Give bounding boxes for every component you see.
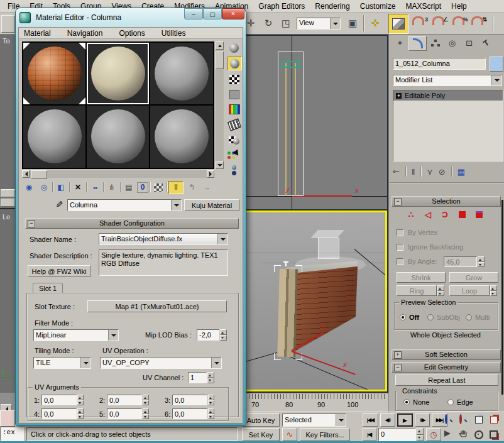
- select-scale-icon[interactable]: ◳: [278, 15, 294, 31]
- collapse-icon[interactable]: −: [394, 198, 402, 205]
- menu-options[interactable]: Options: [119, 29, 145, 38]
- maximize-button[interactable]: ▢: [203, 8, 222, 19]
- material-slot[interactable]: [87, 106, 149, 168]
- assign-to-selection-icon[interactable]: ◧: [54, 182, 68, 194]
- show-map-in-viewport-icon[interactable]: [151, 182, 165, 194]
- menu-help[interactable]: Help: [446, 2, 472, 11]
- material-slot-active-stone[interactable]: [87, 43, 149, 104]
- get-material-icon[interactable]: ◉: [22, 182, 36, 194]
- object-name-field[interactable]: 1_0512_Columna: [393, 58, 486, 70]
- repeat-last-button[interactable]: Repeat Last: [395, 375, 498, 386]
- modifier-list-dropdown[interactable]: Modifier List: [393, 75, 502, 86]
- collapse-icon[interactable]: −: [394, 364, 402, 371]
- vertex-icon[interactable]: ∴: [405, 210, 417, 219]
- uv-channel-spinner[interactable]: [207, 372, 214, 383]
- material-id-channel-icon[interactable]: 0: [137, 182, 148, 193]
- material-slot[interactable]: [150, 106, 213, 168]
- maxscript-listener-white[interactable]: :ex: [0, 427, 24, 441]
- select-manipulate-icon[interactable]: ✜: [367, 15, 383, 31]
- mip-lod-bias-field[interactable]: -2,0: [197, 329, 219, 341]
- collapse-icon[interactable]: −: [28, 220, 35, 227]
- mip-lod-bias-spinner[interactable]: [220, 329, 227, 341]
- uv-channel-field[interactable]: 1: [188, 372, 207, 383]
- preview-subobj-radio[interactable]: [427, 314, 434, 320]
- by-vertex-checkbox[interactable]: [397, 229, 403, 236]
- constraint-edge-radio[interactable]: [447, 399, 454, 405]
- ring-button[interactable]: Ring: [397, 285, 437, 296]
- chevron-down-icon[interactable]: [108, 330, 118, 341]
- expand-icon[interactable]: +: [394, 351, 402, 359]
- constraint-none-radio[interactable]: [403, 399, 410, 405]
- toolbar-partial-button[interactable]: [1, 15, 15, 33]
- chevron-down-icon[interactable]: [211, 358, 221, 368]
- menu-customize[interactable]: Customize: [355, 2, 401, 11]
- select-by-material-icon[interactable]: [227, 148, 241, 161]
- key-mode-toggle[interactable]: |◀|: [363, 428, 376, 441]
- sample-type-icon[interactable]: [227, 41, 241, 54]
- ignore-backfacing-checkbox[interactable]: [397, 244, 403, 251]
- material-name-dropdown[interactable]: Columna: [67, 199, 182, 211]
- background-icon[interactable]: [227, 73, 241, 85]
- uv-arg-field[interactable]: 0,0: [41, 395, 77, 405]
- edge-button[interactable]: [1, 199, 15, 207]
- play-button[interactable]: ▶: [397, 413, 413, 427]
- ring-spinner[interactable]: [437, 285, 444, 296]
- zoom-all-icon[interactable]: [459, 415, 462, 423]
- go-to-parent-icon[interactable]: ↰: [185, 182, 199, 194]
- tab-hierarchy[interactable]: [427, 36, 444, 50]
- frame-spinner[interactable]: [417, 428, 424, 441]
- chevron-down-icon[interactable]: [80, 358, 90, 368]
- object-color-swatch[interactable]: [490, 57, 503, 72]
- material-type-button[interactable]: Kuju Material: [184, 199, 239, 211]
- percent-snap-icon[interactable]: %: [452, 16, 469, 31]
- video-color-check-icon[interactable]: [227, 103, 241, 116]
- help-fw2-wiki-button[interactable]: Help @ FW2 Wiki: [28, 265, 90, 277]
- material-editor-window[interactable]: Material Editor - Columna – ▢ ✕ Material…: [15, 8, 246, 426]
- menu-material[interactable]: Material: [24, 29, 51, 38]
- spinner-snap-icon[interactable]: ⇅: [471, 16, 488, 31]
- viewport-perspective[interactable]: y x: [242, 211, 387, 391]
- menu-rendering[interactable]: Rendering: [310, 2, 354, 11]
- show-end-result-icon[interactable]: ‖: [168, 181, 184, 194]
- slots-horizontal-scrollbar[interactable]: [22, 170, 214, 178]
- maxscript-listener-pink[interactable]: [0, 410, 15, 427]
- uv-arg-spinner[interactable]: [143, 395, 149, 405]
- make-unique-icon[interactable]: ⋔: [105, 182, 119, 194]
- border-icon[interactable]: Ɔ: [439, 210, 451, 219]
- make-preview-icon[interactable]: [227, 118, 241, 131]
- minimize-button[interactable]: –: [184, 8, 203, 19]
- tiling-mode-dropdown[interactable]: TILE: [33, 357, 91, 369]
- by-angle-field[interactable]: 45,0: [444, 256, 477, 267]
- material-slot[interactable]: [23, 106, 85, 168]
- slot-texture-button[interactable]: Map #1 (TxMuroTut01.ace): [87, 300, 227, 312]
- shrink-button[interactable]: Shrink: [397, 272, 446, 283]
- go-forward-sibling-icon[interactable]: →: [200, 182, 214, 194]
- menu-utilities[interactable]: Utilities: [162, 29, 186, 38]
- menu-maxscript[interactable]: MAXScript: [400, 2, 446, 11]
- edge-button[interactable]: [1, 189, 15, 197]
- angle-snap-icon[interactable]: ∠: [432, 16, 449, 31]
- use-center-icon[interactable]: ▣: [344, 15, 361, 31]
- pan-hand-icon[interactable]: [459, 429, 468, 440]
- chevron-down-icon[interactable]: [336, 414, 346, 426]
- material-slot[interactable]: [150, 43, 213, 104]
- selection-set-dropdown[interactable]: Selected: [282, 413, 346, 427]
- current-frame-field[interactable]: 0: [378, 428, 416, 441]
- field-of-view-icon[interactable]: [444, 430, 454, 437]
- configure-modifier-sets-icon[interactable]: ▦: [457, 167, 465, 177]
- tab-create[interactable]: ✦: [392, 36, 408, 50]
- arc-rotate-icon[interactable]: [474, 430, 483, 439]
- filter-mode-dropdown[interactable]: MipLinear: [33, 329, 119, 341]
- shader-configuration-rollout[interactable]: − Shader Configuration: [25, 218, 239, 229]
- preview-off-radio[interactable]: [400, 314, 406, 320]
- sample-uv-tiling-icon[interactable]: [227, 88, 241, 101]
- selection-rollout-header[interactable]: − Selection: [392, 196, 501, 207]
- slots-vertical-scrollbar[interactable]: [216, 41, 224, 169]
- uv-arg-field[interactable]: 0,0: [107, 408, 142, 419]
- by-angle-spinner[interactable]: [478, 256, 485, 267]
- make-unique-icon[interactable]: ⋎: [427, 167, 433, 177]
- polygon-icon[interactable]: [456, 210, 468, 219]
- remove-modifier-icon[interactable]: ⊘: [439, 167, 446, 177]
- next-frame-button[interactable]: ‖▶: [415, 413, 430, 427]
- put-to-library-icon[interactable]: ▤: [122, 182, 136, 194]
